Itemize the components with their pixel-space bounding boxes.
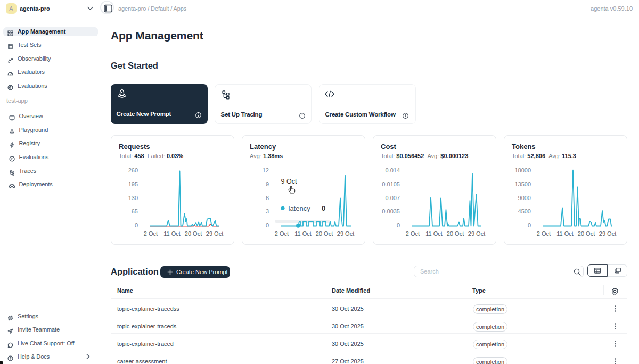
svg-text:20 Oct: 20 Oct [447,230,464,237]
svg-text:latency: latency [289,204,311,212]
svg-text:29 Oct: 29 Oct [337,230,354,237]
svg-text:0: 0 [397,222,400,228]
svg-text:6: 6 [266,195,269,201]
svg-text:0: 0 [322,204,325,212]
svg-text:20 Oct: 20 Oct [316,230,333,237]
svg-text:11 Oct: 11 Oct [425,230,443,237]
svg-text:2 Oct: 2 Oct [275,230,289,237]
svg-text:4500: 4500 [518,208,531,214]
svg-text:2 Oct: 2 Oct [144,230,158,237]
svg-text:0: 0 [135,222,138,228]
svg-text:20 Oct: 20 Oct [578,230,595,237]
svg-text:13500: 13500 [514,181,531,187]
svg-text:20 Oct: 20 Oct [185,230,202,237]
svg-text:195: 195 [128,181,138,187]
svg-text:29 Oct: 29 Oct [599,230,616,237]
svg-text:11 Oct: 11 Oct [556,230,574,237]
svg-text:18000: 18000 [514,167,531,173]
svg-text:3: 3 [266,208,269,214]
svg-text:12: 12 [263,167,269,173]
svg-text:0: 0 [528,222,531,228]
svg-text:0.0035: 0.0035 [382,208,400,214]
svg-text:29 Oct: 29 Oct [468,230,485,237]
svg-text:65: 65 [132,208,138,214]
svg-text:11 Oct: 11 Oct [163,230,181,237]
svg-text:0.0105: 0.0105 [382,181,400,187]
svg-text:130: 130 [128,195,138,201]
svg-text:9000: 9000 [518,195,531,201]
svg-text:29 Oct: 29 Oct [206,230,223,237]
svg-text:0.014: 0.014 [385,167,400,173]
svg-text:0: 0 [266,222,269,228]
svg-text:0.007: 0.007 [385,195,400,201]
svg-text:260: 260 [128,167,138,173]
svg-text:2 Oct: 2 Oct [406,230,420,237]
svg-text:11 Oct: 11 Oct [294,230,312,237]
svg-text:2 Oct: 2 Oct [537,230,551,237]
svg-text:9 Oct: 9 Oct [281,178,297,185]
svg-text:9: 9 [266,181,269,187]
